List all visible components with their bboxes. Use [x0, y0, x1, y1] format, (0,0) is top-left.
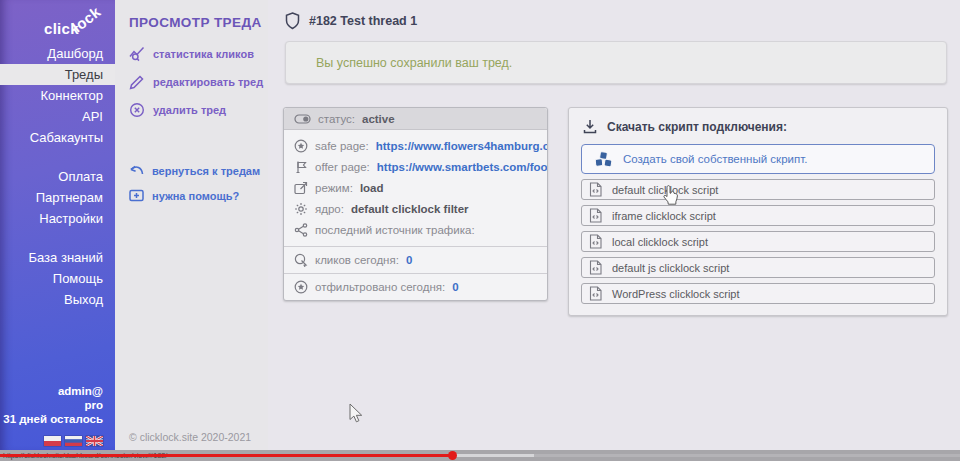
script-button-label: WordPress clicklock script: [612, 288, 740, 300]
action-label: редактировать тред: [153, 76, 263, 88]
default-script-button[interactable]: default clicklock script: [581, 179, 935, 200]
counter-label: отфильтровано сегодня:: [315, 281, 445, 293]
flag-poland-icon[interactable]: [44, 436, 61, 446]
sidebar-item-knowledge-base[interactable]: База знаний: [0, 247, 115, 268]
safe-page-row: safe page: https://www.flowers4hamburg.c…: [284, 135, 547, 156]
action-label: статистика кликов: [153, 48, 254, 60]
undo-arrow-icon: [129, 164, 144, 177]
core-row: ядро: default clicklock filter: [284, 198, 547, 219]
copyright-footer: © clicklock.site 2020-2021: [129, 431, 251, 443]
sidebar-item-connector[interactable]: Коннектор: [0, 85, 115, 106]
script-button-label: default js clicklock script: [612, 262, 729, 274]
account-info: admin@ pro 31 дней осталось: [0, 384, 115, 426]
page-header: #182 Test thread 1: [285, 12, 417, 30]
script-button-label: iframe clicklock script: [612, 210, 716, 222]
sidebar-item-partners[interactable]: Партнерам: [0, 187, 115, 208]
sidebar-item-subaccounts[interactable]: Сабакаунты: [0, 127, 115, 148]
pencil-icon: [129, 74, 145, 90]
sidebar-item-threads[interactable]: Треды: [0, 64, 115, 85]
link-label: нужна помощь?: [152, 190, 239, 202]
thread-status-card: статус: active safe page: https://www.fl…: [283, 107, 548, 301]
page-title: #182 Test thread 1: [309, 14, 417, 28]
progress-buffered: [452, 454, 534, 457]
status-rows: safe page: https://www.flowers4hamburg.c…: [284, 130, 547, 246]
status-label: статус:: [318, 113, 355, 125]
toggle-icon: [294, 114, 311, 124]
scripts-header: Скачать скрипт подключения:: [569, 108, 947, 142]
row-label: safe page:: [315, 140, 369, 152]
add-box-icon: [129, 189, 144, 202]
counter-label: кликов сегодня:: [315, 254, 399, 266]
success-alert: Вы успешно сохранили ваш тред.: [285, 41, 947, 84]
account-plan: pro: [0, 398, 103, 412]
mode-row: режим: load: [284, 177, 547, 198]
file-code-icon: [589, 234, 602, 249]
script-button-label: default clicklock script: [612, 184, 718, 196]
row-label: offer page:: [315, 161, 370, 173]
status-header: статус: active: [284, 108, 547, 130]
scripts-title: Скачать скрипт подключения:: [607, 120, 787, 134]
shield-icon: [285, 12, 300, 30]
shield-x-icon: [129, 102, 145, 118]
share-square-icon: [294, 181, 308, 195]
clicks-today-value: 0: [406, 254, 412, 266]
file-code-icon: [589, 182, 602, 197]
core-value: default clicklock filter: [351, 203, 469, 215]
local-script-button[interactable]: local clicklock script: [581, 231, 935, 252]
cursor-click-icon: [294, 253, 308, 267]
panel-links: вернуться к тредам нужна помощь?: [129, 158, 260, 208]
sidebar-item-api[interactable]: API: [0, 106, 115, 127]
bottom-statusbar: https://clicklock.site/dashboard/connect…: [0, 450, 960, 461]
main-content: #182 Test thread 1 Вы успешно сохранили …: [268, 0, 960, 450]
offer-page-link[interactable]: https://www.smartbets.com/football/tea..…: [377, 161, 547, 173]
video-progress-bar[interactable]: [0, 454, 960, 457]
sidebar-item-dashboard[interactable]: Дашборд: [0, 43, 115, 64]
create-button-label: Создать свой собственный скрипт.: [623, 153, 807, 165]
link-label: вернуться к тредам: [152, 165, 260, 177]
clicklock-logo[interactable]: clicklock: [44, 20, 110, 37]
progress-remaining: [534, 454, 960, 457]
row-label: последний источник трафика:: [315, 224, 475, 236]
edit-thread-action[interactable]: редактировать тред: [129, 68, 263, 96]
filtered-today-row: отфильтровано сегодня: 0: [284, 273, 547, 300]
sidebar: clicklock Дашборд Треды Коннектор API Са…: [0, 0, 115, 450]
status-value: active: [362, 113, 395, 125]
last-traffic-source-row: последний источник трафика:: [284, 219, 547, 240]
click-stats-action[interactable]: статистика кликов: [129, 40, 263, 68]
wordpress-script-button[interactable]: WordPress clicklock script: [581, 283, 935, 304]
gear-icon: [294, 202, 308, 216]
sidebar-nav: Дашборд Треды Коннектор API Сабакаунты О…: [0, 43, 115, 310]
back-to-threads-link[interactable]: вернуться к тредам: [129, 158, 260, 183]
progress-scrubber-dot[interactable]: [448, 451, 457, 460]
safe-page-link[interactable]: https://www.flowers4hamburg.com/: [376, 140, 547, 152]
sidebar-item-settings[interactable]: Настройки: [0, 208, 115, 229]
sidebar-item-logout[interactable]: Выход: [0, 289, 115, 310]
script-button-label: local clicklock script: [612, 236, 708, 248]
flag-uk-icon[interactable]: [86, 436, 103, 446]
create-custom-script-button[interactable]: Создать свой собственный скрипт.: [581, 144, 935, 174]
sidebar-item-payment[interactable]: Оплата: [0, 166, 115, 187]
need-help-link[interactable]: нужна помощь?: [129, 183, 260, 208]
blocks-icon: [594, 151, 613, 168]
app-window: clicklock Дашборд Треды Коннектор API Са…: [0, 0, 960, 461]
progress-played: [0, 454, 452, 457]
default-js-script-button[interactable]: default js clicklock script: [581, 257, 935, 278]
stats-chart-icon: [129, 46, 145, 62]
language-switcher: [44, 436, 103, 446]
sidebar-item-help[interactable]: Помощь: [0, 268, 115, 289]
clicks-today-row: кликов сегодня: 0: [284, 246, 547, 273]
badge-star-icon: [294, 139, 308, 153]
thread-actions: статистика кликов редактировать тред уда…: [129, 40, 263, 124]
row-label: режим:: [315, 182, 353, 194]
flag-russia-icon[interactable]: [65, 436, 82, 446]
mode-value: load: [360, 182, 384, 194]
flag-icon: [294, 160, 308, 174]
delete-thread-action[interactable]: удалить тред: [129, 96, 263, 124]
file-code-icon: [589, 286, 602, 301]
file-code-icon: [589, 260, 602, 275]
share-nodes-icon: [294, 223, 308, 237]
iframe-script-button[interactable]: iframe clicklock script: [581, 205, 935, 226]
offer-page-row: offer page: https://www.smartbets.com/fo…: [284, 156, 547, 177]
account-email: admin@: [0, 384, 103, 398]
filtered-today-value: 0: [452, 281, 458, 293]
